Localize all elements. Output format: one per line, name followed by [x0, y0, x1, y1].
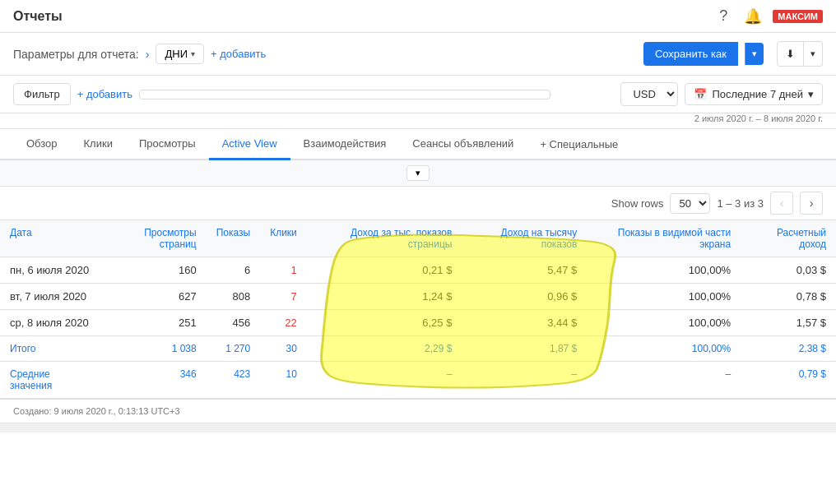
cell-shows-2: 456 — [207, 310, 260, 336]
col-header-income-per-k: Доход за тыс. показов страницы — [307, 220, 462, 257]
cell-total-income-per-k2: 1,87 $ — [462, 336, 587, 362]
cell-clicks-1: 7 — [260, 284, 307, 310]
col-header-estimated: Расчетный доход — [741, 220, 836, 257]
cell-total-income-per-k: 2,29 $ — [307, 336, 462, 362]
cell-visible-shows-2: 100,00% — [587, 310, 741, 336]
help-icon[interactable]: ? — [713, 7, 733, 26]
cell-visible-shows-0: 100,00% — [587, 257, 741, 284]
footer-text: Создано: 9 июля 2020 г., 0:13:13 UTC+3 — [13, 406, 180, 416]
cell-income-per-k2-0: 5,47 $ — [462, 257, 587, 284]
params-label: Параметры для отчета: — [13, 48, 139, 61]
cell-avg-income-per-k: – — [307, 362, 462, 399]
brand-logo: МАКСИМ — [773, 10, 823, 23]
cell-total-visible-shows: 100,00% — [587, 336, 741, 362]
cell-estimated-0: 0,03 $ — [741, 257, 836, 284]
table-row: пн, 6 июля 2020 160 6 1 0,21 $ 5,47 $ 10… — [0, 257, 836, 284]
days-chip-arrow: ▾ — [191, 49, 195, 58]
filter-add-button[interactable]: + добавить — [77, 88, 132, 100]
app-title: Отчеты — [13, 9, 63, 24]
filter-search-box — [139, 90, 550, 99]
col-header-income-per-k2: Доход на тысячу показов — [462, 220, 587, 257]
collapse-row: ▾ — [0, 160, 836, 187]
save-arrow-button[interactable]: ▾ — [745, 43, 764, 65]
col-header-views: Просмотры страниц — [100, 220, 207, 257]
cell-shows-0: 6 — [207, 257, 260, 284]
params-breadcrumb-arrow: › — [146, 48, 150, 61]
tab-vzaimodeystviya[interactable]: Взаимодействия — [290, 129, 400, 160]
tab-kliki[interactable]: Клики — [71, 129, 126, 160]
cell-date-2: ср, 8 июля 2020 — [0, 310, 100, 336]
tab-prosmotry[interactable]: Просмотры — [126, 129, 209, 160]
cell-clicks-2: 22 — [260, 310, 307, 336]
avg-row: Средние значения 346 423 10 – – – 0,79 $ — [0, 362, 836, 399]
cell-total-label: Итого — [0, 336, 100, 362]
data-table: Дата Просмотры страниц Показы Клики Дохо… — [0, 220, 836, 399]
filter-button[interactable]: Фильтр — [13, 83, 71, 105]
show-rows-label: Show rows — [611, 197, 664, 210]
table-row: ср, 8 июля 2020 251 456 22 6,25 $ 3,44 $… — [0, 310, 836, 336]
col-header-clicks: Клики — [260, 220, 307, 257]
cell-avg-views: 346 — [100, 362, 207, 399]
cell-avg-shows: 423 — [207, 362, 260, 399]
cell-avg-visible-shows: – — [587, 362, 741, 399]
prev-page-button[interactable]: ‹ — [770, 192, 793, 215]
filter-row: Фильтр + добавить USD 📅 Последние 7 дней… — [0, 76, 836, 113]
cell-avg-income-per-k2: – — [462, 362, 587, 399]
table-wrapper: Дата Просмотры страниц Показы Клики Дохо… — [0, 220, 836, 399]
tabs-row: Обзор Клики Просмотры Active View Взаимо… — [0, 129, 836, 160]
cell-income-per-k-2: 6,25 $ — [307, 310, 462, 336]
total-row: Итого 1 038 1 270 30 2,29 $ 1,87 $ 100,0… — [0, 336, 836, 362]
cell-total-estimated: 2,38 $ — [741, 336, 836, 362]
cell-views-1: 627 — [100, 284, 207, 310]
params-add-button[interactable]: + добавить — [211, 48, 266, 60]
cell-clicks-0: 1 — [260, 257, 307, 284]
cell-date-1: вт, 7 июля 2020 — [0, 284, 100, 310]
days-chip[interactable]: ДНИ ▾ — [156, 44, 204, 64]
cell-income-per-k2-2: 3,44 $ — [462, 310, 587, 336]
cell-income-per-k2-1: 0,96 $ — [462, 284, 587, 310]
cell-views-0: 160 — [100, 257, 207, 284]
table-controls: Show rows 50 1 – 3 из 3 ‹ › — [0, 187, 836, 220]
download-arrow-button[interactable]: ▾ — [804, 41, 823, 67]
cell-estimated-2: 1,57 $ — [741, 310, 836, 336]
tab-spetsialnye[interactable]: + Специальные — [527, 130, 631, 159]
top-nav: Отчеты ? 🔔 МАКСИМ — [0, 0, 836, 33]
save-button[interactable]: Сохранить как — [643, 42, 738, 66]
tab-seansy[interactable]: Сеансы объявлений — [399, 129, 527, 160]
days-chip-label: ДНИ — [165, 48, 188, 60]
collapse-button[interactable]: ▾ — [406, 165, 430, 181]
footer: Создано: 9 июля 2020 г., 0:13:13 UTC+3 — [0, 399, 836, 423]
table-row: вт, 7 июля 2020 627 808 7 1,24 $ 0,96 $ … — [0, 284, 836, 310]
tab-active-view[interactable]: Active View — [209, 129, 290, 160]
cell-income-per-k-0: 0,21 $ — [307, 257, 462, 284]
col-header-date: Дата — [0, 220, 100, 257]
cell-estimated-1: 0,78 $ — [741, 284, 836, 310]
cell-income-per-k-1: 1,24 $ — [307, 284, 462, 310]
notification-icon[interactable]: 🔔 — [743, 7, 763, 26]
nav-icons: ? 🔔 МАКСИМ — [713, 7, 823, 26]
calendar-icon: 📅 — [694, 88, 707, 100]
date-range-button[interactable]: 📅 Последние 7 дней ▾ — [685, 83, 823, 105]
rows-per-page-select[interactable]: 50 — [670, 193, 710, 214]
download-button[interactable]: ⬇ — [777, 41, 804, 67]
cell-shows-1: 808 — [207, 284, 260, 310]
cell-date-0: пн, 6 июля 2020 — [0, 257, 100, 284]
scrollbar-area[interactable] — [0, 423, 836, 432]
cell-avg-estimated: 0,79 $ — [741, 362, 836, 399]
page-info: 1 – 3 из 3 — [717, 197, 764, 210]
cell-avg-label: Средние значения — [0, 362, 100, 399]
currency-select[interactable]: USD — [620, 82, 678, 106]
cell-total-clicks: 30 — [260, 336, 307, 362]
params-row: Параметры для отчета: › ДНИ ▾ + добавить… — [0, 33, 836, 76]
cell-total-shows: 1 270 — [207, 336, 260, 362]
date-sub-label: 2 июля 2020 г. – 8 июля 2020 г. — [681, 113, 836, 128]
col-header-shows: Показы — [207, 220, 260, 257]
date-range-label: Последние 7 дней — [712, 88, 803, 100]
date-range-arrow: ▾ — [808, 88, 814, 100]
next-page-button[interactable]: › — [800, 192, 823, 215]
cell-total-views: 1 038 — [100, 336, 207, 362]
cell-avg-clicks: 10 — [260, 362, 307, 399]
col-header-visible-shows: Показы в видимой части экрана — [587, 220, 741, 257]
cell-visible-shows-1: 100,00% — [587, 284, 741, 310]
tab-obzor[interactable]: Обзор — [13, 129, 71, 160]
